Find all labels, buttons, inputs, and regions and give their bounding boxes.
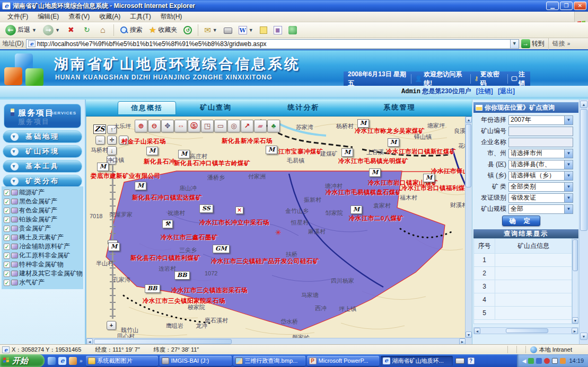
mine-label[interactable]: 冷水江市毛易镇棋盘石煤矿 (326, 189, 402, 196)
tab-3[interactable]: 统计分析 (256, 103, 352, 116)
menu-item[interactable]: 工具(T) (126, 11, 155, 22)
edit-word-button[interactable]: W▼ (236, 25, 256, 35)
title-bar[interactable]: e 湖南省矿山地质环境综合信息系统 - Microsoft Internet E… (0, 0, 588, 12)
table-row[interactable]: 5 (474, 307, 572, 320)
scroll-down-icon[interactable]: ▼ (572, 317, 578, 324)
links-label[interactable]: 链接 (552, 39, 565, 48)
layer-item[interactable]: ✓能源矿产 (4, 188, 83, 197)
mine-marker[interactable]: M (423, 174, 435, 182)
layer-checkbox[interactable]: ✓ (4, 199, 10, 205)
mine-marker[interactable]: M (357, 119, 369, 128)
mine-label[interactable]: 新化县石冲口镇宏达煤矿 (132, 194, 202, 202)
layer-item[interactable]: ✓稀土及元素矿产 (4, 233, 83, 242)
menu-item[interactable]: 帮助(H) (156, 11, 187, 22)
field-select[interactable]: 2007年▼ (508, 115, 573, 125)
menu-item[interactable]: 收藏(A) (95, 11, 125, 22)
mine-marker[interactable]: M (178, 150, 190, 158)
mine-label[interactable]: 村金子山采石场 (121, 138, 166, 146)
scroll-left-icon[interactable]: ◄ (474, 328, 480, 334)
dropdown-arrow-icon[interactable]: ▼ (564, 116, 573, 124)
minimize-button[interactable]: ▁ (546, 2, 559, 10)
mine-marker[interactable]: M (350, 205, 362, 214)
quicklaunch-chevron-icon[interactable]: » (80, 358, 83, 364)
taskbar-button[interactable]: IMGIS-BAI (J:) (160, 356, 232, 366)
mine-label[interactable]: 冷水江市二0八煤矿 (349, 214, 403, 222)
field-input[interactable] (508, 138, 573, 147)
research-button[interactable]: ≣ (271, 25, 284, 35)
logout-bracket-link[interactable]: [注销] (476, 87, 493, 95)
page-scrollbar[interactable]: ▲ ▼ (579, 100, 588, 344)
mine-marker[interactable]: BB (145, 284, 160, 293)
mine-label[interactable]: 冷水江市三尖镇硅产品开发公司硅石矿 (211, 257, 319, 265)
layer-checkbox[interactable]: ✓ (4, 280, 10, 286)
go-button[interactable]: →转到 (521, 39, 545, 48)
search-button[interactable]: 搜索 (118, 24, 145, 35)
taskbar-button[interactable]: PMicrosoft PowerP... (307, 356, 379, 366)
mine-marker[interactable]: M (388, 138, 399, 147)
results-vscroll-thumb[interactable] (573, 239, 578, 271)
tray-chevron-icon[interactable]: ◀ (522, 358, 526, 364)
scroll-up-icon[interactable]: ▲ (580, 101, 587, 108)
scroll-up-icon[interactable]: ▲ (466, 117, 472, 123)
taskbar-button[interactable]: 三维行政查询.bmp... (233, 356, 305, 366)
zoom-slider-plus-button[interactable]: + (107, 321, 116, 330)
zoom-out-icon[interactable]: ⊖ (148, 120, 161, 132)
draw-line-icon[interactable]: ↗ (241, 120, 253, 132)
mine-label[interactable]: 娄底市建新矿业有限公司 (91, 172, 161, 180)
dropdown-arrow-icon[interactable]: ▼ (564, 205, 573, 213)
favorites-button[interactable]: ★收藏夹 (147, 24, 179, 36)
mine-marker[interactable]: M (146, 147, 158, 155)
mine-marker[interactable]: M (135, 182, 146, 190)
select-circle-icon[interactable]: ◎ (227, 120, 240, 132)
tray-icon[interactable] (560, 358, 566, 364)
links-chevron-icon[interactable]: » (567, 41, 571, 47)
map-hscrollbar[interactable]: ◄ ► (86, 338, 466, 344)
eraser-icon[interactable]: ▰ (254, 120, 267, 132)
pan-down-button[interactable]: ↓ (107, 146, 117, 155)
layer-checkbox[interactable]: ✓ (4, 190, 10, 196)
dropdown-arrow-icon[interactable]: ▼ (564, 172, 573, 180)
app-quicklaunch-icon[interactable] (69, 357, 77, 365)
pan-left-button[interactable]: ← (95, 136, 105, 145)
layer-checkbox[interactable]: ✓ (4, 244, 10, 250)
address-dropdown-icon[interactable]: ▼ (510, 40, 519, 48)
results-hscrollbar[interactable]: ◄ ► (473, 327, 578, 334)
layer-checkbox[interactable]: ✓ (4, 262, 10, 268)
tab-4[interactable]: 系统管理 (352, 103, 447, 116)
page-scroll-thumb[interactable] (580, 109, 587, 231)
layer-item[interactable]: ✓建材及其它非金属矿物 (4, 269, 83, 278)
mine-marker[interactable]: SS (199, 204, 213, 213)
mine-label[interactable]: 冷水江市三尖镇连岩采石场 (171, 287, 248, 294)
tray-monitor-icon[interactable] (552, 358, 558, 364)
full-extent-icon[interactable]: Ⓢ (188, 120, 200, 132)
layer-item[interactable]: ✓贵金属矿产 (4, 224, 83, 233)
mine-label[interactable]: 新化县新冷采石场 (222, 137, 273, 145)
mine-label[interactable]: 冷水江市岩口镇新红煤矿 (386, 148, 456, 156)
mine-marker[interactable]: M (97, 163, 109, 171)
history-button[interactable]: ↺ (181, 25, 194, 35)
vscroll-thumb[interactable] (466, 124, 471, 187)
map-viewport[interactable]: ZS ↑ ← ✛ → ↓ − + ⊕⊖✥⇔Ⓢ◳▭◎↗▰♣ 大乐坪苏家湾杨桥村塘家… (86, 117, 472, 344)
measure-distance-icon[interactable]: ⇔ (174, 120, 187, 132)
maximize-button[interactable]: ❐ (560, 2, 573, 10)
confirm-button[interactable]: 确 定 (502, 216, 540, 226)
mine-label[interactable]: 新化县石冲口镇羊古岭煤矿 (174, 159, 250, 167)
dropdown-arrow-icon[interactable]: ▼ (564, 149, 573, 158)
results-hscroll-thumb[interactable] (506, 328, 548, 333)
table-row[interactable]: 1 (474, 254, 572, 267)
forward-button[interactable]: →▼ (41, 24, 62, 37)
map-vscrollbar[interactable]: ▲ ▼ (465, 117, 472, 344)
table-row[interactable]: 4 (474, 293, 572, 307)
print-button[interactable] (222, 25, 234, 35)
scroll-down-icon[interactable]: ▼ (580, 333, 587, 340)
mine-label[interactable]: 冷水江市三尖镇阳家院采石场 (143, 297, 225, 305)
sidebar-section-1[interactable]: ▼基础地理 (3, 130, 82, 143)
mine-marker[interactable]: ⚒ (162, 220, 173, 228)
layer-item[interactable]: ✓有色金属矿产 (4, 206, 83, 215)
field-input[interactable] (508, 127, 573, 136)
change-password-link[interactable]: 更改密码 (480, 70, 504, 88)
address-input[interactable]: e http://localhost/%e7%9f%bf%e5%b1%b1%e5… (26, 39, 519, 49)
ie-quicklaunch-icon[interactable]: e (58, 357, 66, 365)
layer-item[interactable]: ✓冶金辅助原料矿产 (4, 242, 83, 251)
field-select[interactable]: 请选择镇（乡）▼ (508, 171, 573, 181)
